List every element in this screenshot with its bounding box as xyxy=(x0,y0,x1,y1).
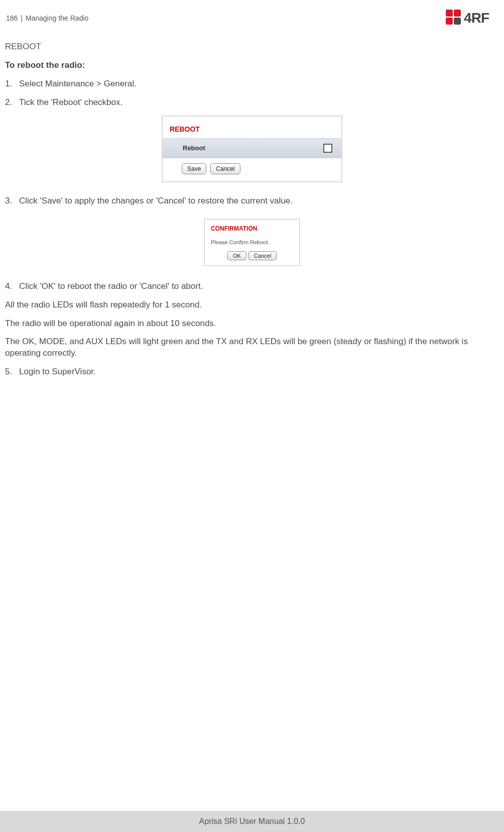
step-text: Click 'Save' to apply the changes or 'Ca… xyxy=(19,196,293,205)
reboot-field-label: Reboot xyxy=(183,144,205,153)
step-text: Login to SuperVisor. xyxy=(19,367,96,376)
confirmation-dialog: CONFIRMATION Please Confirm Reboot. OK C… xyxy=(204,219,300,266)
step-number: 4. xyxy=(5,281,19,292)
page-header: 186 | Managing the Radio 4RF xyxy=(0,10,504,26)
reboot-checkbox[interactable] xyxy=(323,144,332,153)
paragraph: All the radio LEDs will flash repeatedly… xyxy=(5,299,499,311)
confirmation-title: CONFIRMATION xyxy=(205,220,299,236)
save-button[interactable]: Save xyxy=(182,163,206,174)
page-footer: Aprisa SRi User Manual 1.0.0 xyxy=(0,811,504,832)
step-number: 5. xyxy=(5,366,19,378)
page-number: 186 xyxy=(6,14,18,22)
footer-text: Aprisa SRi User Manual 1.0.0 xyxy=(199,817,305,825)
cancel-button[interactable]: Cancel xyxy=(248,251,277,260)
logo-text: 4RF xyxy=(464,10,489,26)
step-text: Select Maintenance > General. xyxy=(19,79,137,88)
ok-button[interactable]: OK xyxy=(227,251,246,260)
intro-bold: To reboot the radio: xyxy=(5,60,499,71)
section-heading: REBOOT xyxy=(5,41,499,53)
section-title: Managing the Radio xyxy=(26,14,88,22)
step-number: 3. xyxy=(5,195,19,207)
step-3: 3.Click 'Save' to apply the changes or '… xyxy=(5,195,499,207)
step-4: 4.Click 'OK' to reboot the radio or 'Can… xyxy=(5,281,499,292)
logo-icon xyxy=(446,10,461,25)
step-text: Tick the 'Reboot' checkbox. xyxy=(19,97,122,107)
confirmation-message: Please Confirm Reboot. xyxy=(205,236,299,251)
separator: | xyxy=(21,14,23,22)
reboot-panel: REBOOT Reboot Save Cancel xyxy=(162,116,342,182)
step-number: 1. xyxy=(5,78,19,90)
step-2: 2.Tick the 'Reboot' checkbox. xyxy=(5,97,499,109)
step-1: 1.Select Maintenance > General. xyxy=(5,78,499,90)
brand-logo: 4RF xyxy=(446,10,489,26)
paragraph: The OK, MODE, and AUX LEDs will light gr… xyxy=(5,336,499,359)
page-content: REBOOT To reboot the radio: 1.Select Mai… xyxy=(0,26,504,378)
paragraph: The radio will be operational again in a… xyxy=(5,318,499,330)
step-text: Click 'OK' to reboot the radio or 'Cance… xyxy=(19,281,203,291)
step-5: 5.Login to SuperVisor. xyxy=(5,366,499,378)
cancel-button[interactable]: Cancel xyxy=(210,163,240,174)
step-number: 2. xyxy=(5,97,19,109)
reboot-field-row: Reboot xyxy=(163,138,341,158)
reboot-panel-title: REBOOT xyxy=(170,125,200,133)
